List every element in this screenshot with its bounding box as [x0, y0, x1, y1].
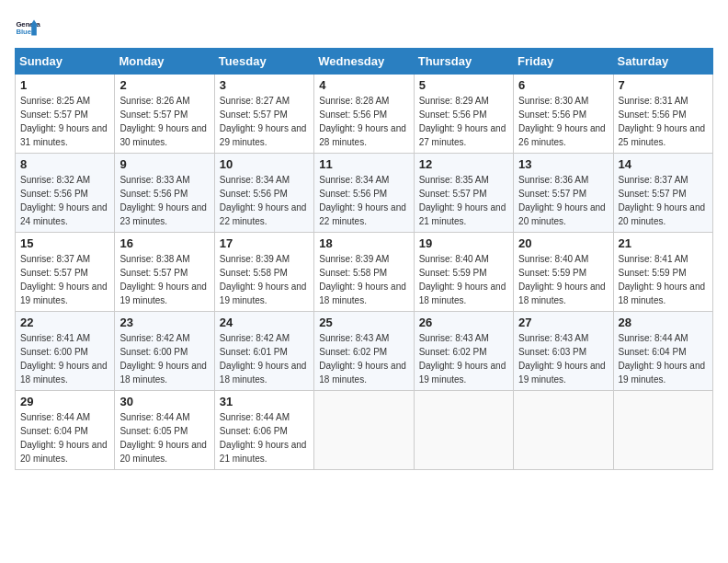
calendar-cell: 28Sunrise: 8:44 AMSunset: 6:04 PMDayligh… — [613, 312, 712, 391]
calendar-cell: 10Sunrise: 8:34 AMSunset: 5:56 PMDayligh… — [214, 154, 313, 233]
day-info: Sunrise: 8:40 AMSunset: 5:59 PMDaylight:… — [419, 252, 508, 307]
calendar-cell: 2Sunrise: 8:26 AMSunset: 5:57 PMDaylight… — [115, 75, 214, 154]
day-number: 29 — [20, 395, 109, 408]
day-number: 23 — [119, 316, 209, 329]
day-info: Sunrise: 8:25 AMSunset: 5:57 PMDaylight:… — [20, 94, 109, 149]
calendar: SundayMondayTuesdayWednesdayThursdayFrid… — [15, 48, 713, 470]
day-info: Sunrise: 8:44 AMSunset: 6:05 PMDaylight:… — [119, 410, 209, 465]
day-number: 28 — [619, 316, 708, 329]
calendar-cell — [314, 391, 414, 470]
day-info: Sunrise: 8:33 AMSunset: 5:56 PMDaylight:… — [119, 173, 209, 228]
calendar-cell: 4Sunrise: 8:28 AMSunset: 5:56 PMDaylight… — [314, 75, 414, 154]
day-number: 9 — [119, 157, 209, 171]
weekday-header-thursday: Thursday — [414, 49, 513, 75]
day-info: Sunrise: 8:43 AMSunset: 6:02 PMDaylight:… — [319, 331, 408, 386]
calendar-cell: 24Sunrise: 8:42 AMSunset: 6:01 PMDayligh… — [214, 312, 313, 391]
calendar-cell — [514, 391, 613, 470]
calendar-cell: 23Sunrise: 8:42 AMSunset: 6:00 PMDayligh… — [115, 312, 214, 391]
day-number: 31 — [220, 395, 309, 408]
calendar-cell: 9Sunrise: 8:33 AMSunset: 5:56 PMDaylight… — [115, 154, 214, 233]
week-row-2: 8Sunrise: 8:32 AMSunset: 5:56 PMDaylight… — [16, 154, 713, 233]
calendar-cell: 18Sunrise: 8:39 AMSunset: 5:58 PMDayligh… — [314, 233, 414, 312]
weekday-header-sunday: Sunday — [16, 49, 115, 75]
calendar-cell: 14Sunrise: 8:37 AMSunset: 5:57 PMDayligh… — [613, 154, 712, 233]
day-info: Sunrise: 8:27 AMSunset: 5:57 PMDaylight:… — [220, 94, 309, 149]
weekday-header-tuesday: Tuesday — [214, 49, 313, 75]
weekday-header-saturday: Saturday — [613, 49, 712, 75]
calendar-cell: 6Sunrise: 8:30 AMSunset: 5:56 PMDaylight… — [514, 75, 613, 154]
day-number: 1 — [20, 78, 109, 92]
day-number: 10 — [220, 157, 309, 171]
calendar-cell: 5Sunrise: 8:29 AMSunset: 5:56 PMDaylight… — [414, 75, 513, 154]
calendar-cell — [613, 391, 712, 470]
day-info: Sunrise: 8:35 AMSunset: 5:57 PMDaylight:… — [419, 173, 508, 228]
calendar-cell: 30Sunrise: 8:44 AMSunset: 6:05 PMDayligh… — [115, 391, 214, 470]
day-number: 3 — [220, 78, 309, 92]
day-number: 12 — [419, 157, 508, 171]
day-number: 19 — [419, 236, 508, 250]
day-number: 5 — [419, 78, 508, 92]
calendar-cell: 31Sunrise: 8:44 AMSunset: 6:06 PMDayligh… — [214, 391, 313, 470]
day-info: Sunrise: 8:44 AMSunset: 6:06 PMDaylight:… — [220, 410, 309, 465]
calendar-cell: 25Sunrise: 8:43 AMSunset: 6:02 PMDayligh… — [314, 312, 414, 391]
day-number: 17 — [220, 236, 309, 250]
day-info: Sunrise: 8:40 AMSunset: 5:59 PMDaylight:… — [518, 252, 608, 307]
day-number: 22 — [20, 316, 109, 329]
day-number: 13 — [518, 157, 608, 171]
day-info: Sunrise: 8:37 AMSunset: 5:57 PMDaylight:… — [20, 252, 109, 307]
calendar-cell: 17Sunrise: 8:39 AMSunset: 5:58 PMDayligh… — [214, 233, 313, 312]
day-number: 4 — [319, 78, 408, 92]
calendar-cell: 8Sunrise: 8:32 AMSunset: 5:56 PMDaylight… — [16, 154, 115, 233]
day-info: Sunrise: 8:36 AMSunset: 5:57 PMDaylight:… — [518, 173, 608, 228]
day-info: Sunrise: 8:41 AMSunset: 5:59 PMDaylight:… — [619, 252, 708, 307]
calendar-cell: 21Sunrise: 8:41 AMSunset: 5:59 PMDayligh… — [613, 233, 712, 312]
day-number: 7 — [619, 78, 708, 92]
logo-icon: General Blue — [15, 15, 40, 40]
day-info: Sunrise: 8:38 AMSunset: 5:57 PMDaylight:… — [119, 252, 209, 307]
weekday-header-monday: Monday — [115, 49, 214, 75]
day-number: 6 — [518, 78, 608, 92]
calendar-cell — [414, 391, 513, 470]
day-info: Sunrise: 8:42 AMSunset: 6:01 PMDaylight:… — [220, 331, 309, 386]
day-number: 20 — [518, 236, 608, 250]
calendar-cell: 7Sunrise: 8:31 AMSunset: 5:56 PMDaylight… — [613, 75, 712, 154]
day-info: Sunrise: 8:34 AMSunset: 5:56 PMDaylight:… — [220, 173, 309, 228]
day-number: 27 — [518, 316, 608, 329]
svg-text:Blue: Blue — [16, 28, 31, 36]
weekday-header-friday: Friday — [514, 49, 613, 75]
calendar-cell: 20Sunrise: 8:40 AMSunset: 5:59 PMDayligh… — [514, 233, 613, 312]
day-number: 16 — [119, 236, 209, 250]
day-number: 30 — [119, 395, 209, 408]
day-info: Sunrise: 8:28 AMSunset: 5:56 PMDaylight:… — [319, 94, 408, 149]
calendar-cell: 22Sunrise: 8:41 AMSunset: 6:00 PMDayligh… — [16, 312, 115, 391]
day-number: 18 — [319, 236, 408, 250]
week-row-4: 22Sunrise: 8:41 AMSunset: 6:00 PMDayligh… — [16, 312, 713, 391]
day-info: Sunrise: 8:37 AMSunset: 5:57 PMDaylight:… — [619, 173, 708, 228]
calendar-cell: 3Sunrise: 8:27 AMSunset: 5:57 PMDaylight… — [214, 75, 313, 154]
day-info: Sunrise: 8:39 AMSunset: 5:58 PMDaylight:… — [220, 252, 309, 307]
week-row-1: 1Sunrise: 8:25 AMSunset: 5:57 PMDaylight… — [16, 75, 713, 154]
day-number: 14 — [619, 157, 708, 171]
calendar-cell: 29Sunrise: 8:44 AMSunset: 6:04 PMDayligh… — [16, 391, 115, 470]
day-info: Sunrise: 8:39 AMSunset: 5:58 PMDaylight:… — [319, 252, 408, 307]
day-number: 2 — [119, 78, 209, 92]
calendar-cell: 19Sunrise: 8:40 AMSunset: 5:59 PMDayligh… — [414, 233, 513, 312]
logo: General Blue — [15, 15, 44, 40]
calendar-cell: 27Sunrise: 8:43 AMSunset: 6:03 PMDayligh… — [514, 312, 613, 391]
day-info: Sunrise: 8:42 AMSunset: 6:00 PMDaylight:… — [119, 331, 209, 386]
svg-text:General: General — [16, 20, 40, 29]
calendar-cell: 12Sunrise: 8:35 AMSunset: 5:57 PMDayligh… — [414, 154, 513, 233]
day-info: Sunrise: 8:43 AMSunset: 6:02 PMDaylight:… — [419, 331, 508, 386]
day-info: Sunrise: 8:30 AMSunset: 5:56 PMDaylight:… — [518, 94, 608, 149]
day-number: 25 — [319, 316, 408, 329]
day-number: 24 — [220, 316, 309, 329]
calendar-cell: 1Sunrise: 8:25 AMSunset: 5:57 PMDaylight… — [16, 75, 115, 154]
day-number: 21 — [619, 236, 708, 250]
calendar-cell: 26Sunrise: 8:43 AMSunset: 6:02 PMDayligh… — [414, 312, 513, 391]
day-info: Sunrise: 8:44 AMSunset: 6:04 PMDaylight:… — [20, 410, 109, 465]
weekday-header-row: SundayMondayTuesdayWednesdayThursdayFrid… — [16, 49, 713, 75]
weekday-header-wednesday: Wednesday — [314, 49, 414, 75]
day-number: 26 — [419, 316, 508, 329]
day-number: 8 — [20, 157, 109, 171]
calendar-cell: 16Sunrise: 8:38 AMSunset: 5:57 PMDayligh… — [115, 233, 214, 312]
